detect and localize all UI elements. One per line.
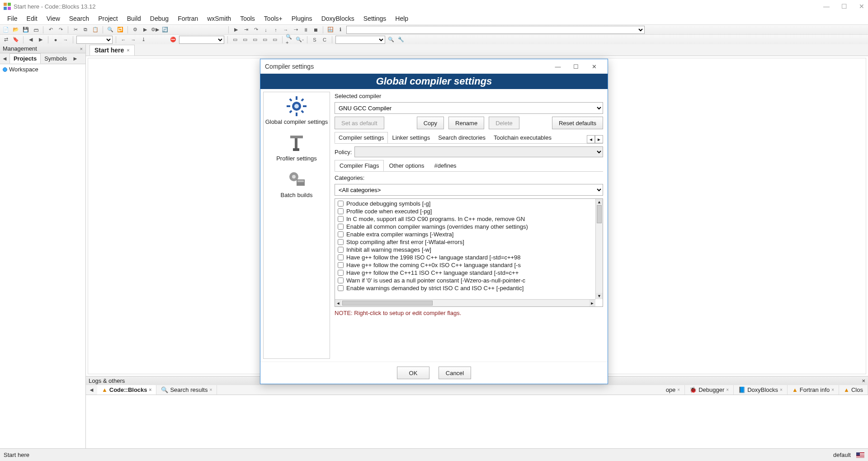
editor-tab-start[interactable]: Start here × — [90, 45, 135, 56]
back-icon[interactable]: ← — [119, 36, 127, 44]
flag-item[interactable]: Have g++ follow the 1998 ISO C++ languag… — [335, 254, 595, 261]
cancel-button[interactable]: Cancel — [439, 367, 471, 379]
menu-search[interactable]: Search — [65, 14, 94, 24]
goto-func-select[interactable] — [76, 36, 113, 44]
tab-search-dirs[interactable]: Search directories — [434, 132, 490, 143]
category-batch[interactable]: Batch builds — [281, 169, 313, 198]
scroll-thumb[interactable] — [597, 205, 602, 223]
workspace-node[interactable]: Workspace — [3, 66, 83, 73]
menu-build[interactable]: Build — [123, 14, 146, 24]
build-icon[interactable]: ⚙ — [131, 26, 139, 34]
new-icon[interactable]: 📄 — [2, 26, 10, 34]
subtab-defines[interactable]: #defines — [429, 160, 461, 171]
flag-checkbox[interactable] — [338, 231, 344, 237]
last-icon[interactable]: ⤓ — [139, 36, 147, 44]
dialog-minimize-icon[interactable]: — — [549, 63, 567, 70]
debug-continue-icon[interactable]: ▶ — [232, 26, 240, 34]
flag-item[interactable]: Warn if '0' is used as a null pointer co… — [335, 277, 595, 284]
find-icon[interactable]: 🔍 — [106, 26, 114, 34]
zoom-in-icon[interactable]: 🔍+ — [286, 36, 294, 44]
flag-checkbox[interactable] — [338, 278, 344, 283]
reset-defaults-button[interactable]: Reset defaults — [552, 117, 603, 129]
subtab-compiler-flags[interactable]: Compiler Flags — [335, 160, 384, 171]
debug-stepinstr-icon[interactable]: ⇢ — [292, 26, 300, 34]
ok-button[interactable]: OK — [397, 367, 429, 379]
menu-fortran[interactable]: Fortran — [173, 14, 203, 24]
flag-item[interactable]: Enable warnings demanded by strict ISO C… — [335, 284, 595, 292]
menu-wxsmith[interactable]: wxSmith — [203, 14, 236, 24]
debug-runto-icon[interactable]: ⇥ — [242, 26, 250, 34]
policy-select[interactable] — [354, 146, 603, 157]
scroll-up-icon[interactable]: ▲ — [596, 199, 603, 205]
category-global[interactable]: Global compiler settings — [265, 96, 328, 125]
menu-debug[interactable]: Debug — [146, 14, 173, 24]
debug-nextinstr-icon[interactable]: → — [282, 26, 290, 34]
debug-windows-icon[interactable]: 🪟 — [326, 26, 335, 34]
hl1-icon[interactable]: ▭ — [231, 36, 239, 44]
log-tab-doxyblocks[interactable]: 📘DoxyBlocks× — [734, 385, 788, 395]
hl2-icon[interactable]: ▭ — [241, 36, 249, 44]
dialog-close-icon[interactable]: ✕ — [585, 63, 603, 70]
flag-item[interactable]: Have g++ follow the C++11 ISO C++ langua… — [335, 269, 595, 277]
log-tab-clos[interactable]: ▲Clos — [839, 385, 868, 395]
log-tab-search[interactable]: 🔍Search results× — [156, 385, 217, 395]
build-run-icon[interactable]: ⚙▶ — [151, 26, 159, 34]
flag-item[interactable]: Stop compiling after first error [-Wfata… — [335, 238, 595, 246]
management-tab-right-icon[interactable]: ► — [71, 54, 80, 63]
flag-item[interactable]: Inhibit all warning messages [-w] — [335, 246, 595, 254]
menu-file[interactable]: File — [3, 14, 22, 24]
build-target-select[interactable] — [179, 36, 224, 44]
run-icon[interactable]: ▶ — [141, 26, 149, 34]
scroll-down-icon[interactable]: ▼ — [596, 293, 603, 299]
flag-checkbox[interactable] — [338, 216, 344, 222]
flag-item[interactable]: Enable extra compiler warnings [-Wextra] — [335, 230, 595, 238]
subtab-other-options[interactable]: Other options — [384, 160, 429, 171]
log-tab-fortran[interactable]: ▲Fortran info× — [788, 385, 839, 395]
flag-checkbox[interactable] — [338, 224, 344, 230]
close-icon[interactable]: ✕ — [859, 3, 864, 10]
next-bookmark-icon[interactable]: ▶ — [37, 36, 45, 44]
tabs-scroll-right-icon[interactable]: ► — [595, 135, 603, 143]
menu-settings[interactable]: Settings — [359, 14, 391, 24]
redo-icon[interactable]: ↷ — [57, 26, 65, 34]
cut-icon[interactable]: ✂ — [71, 26, 80, 34]
flag-item[interactable]: In C mode, support all ISO C90 programs.… — [335, 215, 595, 223]
menu-toolsplus[interactable]: Tools+ — [259, 14, 287, 24]
flag-checkbox[interactable] — [338, 254, 344, 260]
forward-icon[interactable]: → — [129, 36, 137, 44]
hl5-icon[interactable]: ▭ — [271, 36, 279, 44]
bookmark-icon[interactable]: 🔖 — [12, 36, 20, 44]
maximize-icon[interactable]: ☐ — [841, 3, 847, 10]
abort-icon[interactable]: ⛔ — [169, 36, 177, 44]
flag-item[interactable]: Enable all common compiler warnings (ove… — [335, 223, 595, 230]
flag-checkbox[interactable] — [338, 285, 344, 291]
style-c-icon[interactable]: C — [321, 36, 329, 44]
horizontal-scrollbar[interactable]: ◄ ► — [335, 299, 595, 306]
selected-compiler-select[interactable]: GNU GCC Compiler — [335, 102, 603, 114]
menu-edit[interactable]: Edit — [22, 14, 42, 24]
menu-project[interactable]: Project — [94, 14, 123, 24]
log-tab-ope[interactable]: ope× — [661, 385, 685, 395]
flag-checkbox[interactable] — [338, 239, 344, 245]
set-default-button[interactable]: Set as default — [335, 117, 384, 129]
rename-button[interactable]: Rename — [448, 117, 484, 129]
open-icon[interactable]: 📂 — [12, 26, 20, 34]
flag-checkbox[interactable] — [338, 201, 344, 207]
debug-break-icon[interactable]: ⏸ — [302, 26, 310, 34]
target-select[interactable] — [346, 26, 645, 34]
flag-item[interactable]: Have g++ follow the coming C++0x ISO C++… — [335, 261, 595, 269]
log-tab-debugger[interactable]: 🐞Debugger× — [685, 385, 734, 395]
hl4-icon[interactable]: ▭ — [261, 36, 269, 44]
flag-checkbox[interactable] — [338, 247, 344, 253]
menu-plugins[interactable]: Plugins — [287, 14, 317, 24]
dialog-maximize-icon[interactable]: ☐ — [567, 63, 585, 70]
toggle-breakpoint-icon[interactable]: ● — [52, 36, 60, 44]
flag-item[interactable]: Produce debugging symbols [-g] — [335, 200, 595, 207]
menu-view[interactable]: View — [42, 14, 65, 24]
copy-button[interactable]: Copy — [417, 117, 444, 129]
category-profiler[interactable]: Profiler settings — [276, 132, 317, 162]
logs-tab-left-icon[interactable]: ◄ — [86, 385, 97, 395]
copy-icon[interactable]: ⧉ — [81, 26, 90, 34]
search-opt-icon[interactable]: 🔧 — [397, 36, 405, 44]
scroll-left-icon[interactable]: ◄ — [335, 300, 341, 306]
